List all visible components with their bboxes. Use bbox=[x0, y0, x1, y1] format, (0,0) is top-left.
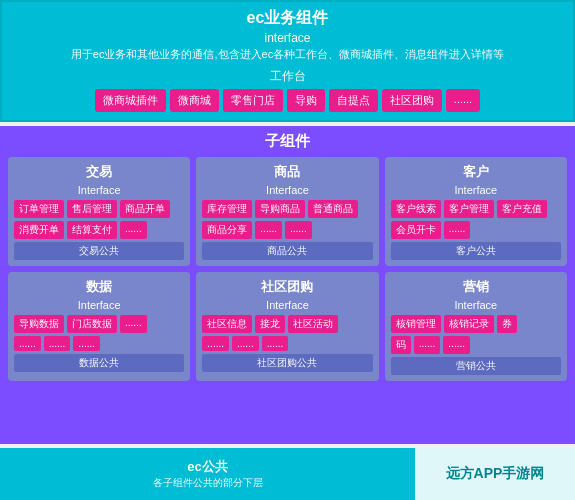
tag-more-marketing2[interactable]: ...... bbox=[443, 336, 470, 354]
sub-card-trading: 交易 Interface 订单管理 售后管理 商品开单 消费开单 结算支付 ..… bbox=[8, 157, 190, 266]
community-title: 社区团购 bbox=[202, 278, 372, 296]
trading-footer: 交易公共 bbox=[14, 242, 184, 260]
marketing-footer: 营销公共 bbox=[391, 357, 561, 375]
product-title: 商品 bbox=[202, 163, 372, 181]
tag-order-mgmt[interactable]: 订单管理 bbox=[14, 200, 64, 218]
tag-customer-mgmt[interactable]: 客户管理 bbox=[444, 200, 494, 218]
sub-components-title: 子组件 bbox=[8, 132, 567, 151]
tag-product-order[interactable]: 商品开单 bbox=[120, 200, 170, 218]
tag-jielong[interactable]: 接龙 bbox=[255, 315, 285, 333]
worktable-item-5[interactable]: 社区团购 bbox=[382, 89, 442, 112]
ec-interface-title: interface bbox=[12, 31, 563, 45]
tag-more-marketing1[interactable]: ...... bbox=[414, 336, 441, 354]
data-interface: Interface bbox=[14, 299, 184, 311]
worktable-items: 微商城插件 微商城 零售门店 导购 自提点 社区团购 ...... bbox=[12, 89, 563, 112]
worktable-item-6[interactable]: ...... bbox=[446, 89, 480, 112]
sub-card-community: 社区团购 Interface 社区信息 接龙 社区活动 ...... .....… bbox=[196, 272, 378, 381]
tag-guide-product[interactable]: 导购商品 bbox=[255, 200, 305, 218]
ec-business-section: ec业务组件 interface 用于ec业务和其他业务的通信,包含进入ec各种… bbox=[0, 0, 575, 122]
tag-more-product2[interactable]: ...... bbox=[285, 221, 312, 239]
tag-community-info[interactable]: 社区信息 bbox=[202, 315, 252, 333]
data-title: 数据 bbox=[14, 278, 184, 296]
worktable-item-3[interactable]: 导购 bbox=[287, 89, 325, 112]
tag-more-customer[interactable]: ...... bbox=[444, 221, 471, 239]
tag-more-data1[interactable]: ...... bbox=[120, 315, 147, 333]
tag-normal-product[interactable]: 普通商品 bbox=[308, 200, 358, 218]
tag-consume[interactable]: 消费开单 bbox=[14, 221, 64, 239]
tag-member-open[interactable]: 会员开卡 bbox=[391, 221, 441, 239]
tag-product-share[interactable]: 商品分享 bbox=[202, 221, 252, 239]
sub-card-data: 数据 Interface 导购数据 门店数据 ...... ...... ...… bbox=[8, 272, 190, 381]
ec-public-title: ec公共 bbox=[187, 458, 227, 476]
tag-more-product1[interactable]: ...... bbox=[255, 221, 282, 239]
sub-card-marketing: 营销 Interface 核销管理 核销记录 券 码 ...... ......… bbox=[385, 272, 567, 381]
worktable-item-4[interactable]: 自提点 bbox=[329, 89, 378, 112]
ec-public-section: ec公共 各子组件公共的部分下层 bbox=[0, 448, 415, 500]
tag-customer-recharge[interactable]: 客户充值 bbox=[497, 200, 547, 218]
marketing-title: 营销 bbox=[391, 278, 561, 296]
tag-checkout[interactable]: 结算支付 bbox=[67, 221, 117, 239]
trading-tags-row1: 订单管理 售后管理 商品开单 bbox=[14, 200, 184, 218]
trading-title: 交易 bbox=[14, 163, 184, 181]
brand-section: 远方APP手游网 bbox=[415, 448, 575, 500]
marketing-interface: Interface bbox=[391, 299, 561, 311]
tag-aftersale[interactable]: 售后管理 bbox=[67, 200, 117, 218]
community-tags-row2: ...... ...... ...... bbox=[202, 336, 372, 351]
worktable-item-1[interactable]: 微商城 bbox=[170, 89, 219, 112]
tag-customer-leads[interactable]: 客户线索 bbox=[391, 200, 441, 218]
sub-grid: 交易 Interface 订单管理 售后管理 商品开单 消费开单 结算支付 ..… bbox=[8, 157, 567, 381]
community-footer: 社区团购公共 bbox=[202, 354, 372, 372]
tag-coupon[interactable]: 券 bbox=[497, 315, 517, 333]
product-tags-row2: 商品分享 ...... ...... bbox=[202, 221, 372, 239]
tag-community-activity[interactable]: 社区活动 bbox=[288, 315, 338, 333]
sub-card-product: 商品 Interface 库存管理 导购商品 普通商品 商品分享 ...... … bbox=[196, 157, 378, 266]
tag-inventory[interactable]: 库存管理 bbox=[202, 200, 252, 218]
community-interface: Interface bbox=[202, 299, 372, 311]
sub-card-customer: 客户 Interface 客户线索 客户管理 客户充值 会员开卡 ...... … bbox=[385, 157, 567, 266]
tag-guide-data[interactable]: 导购数据 bbox=[14, 315, 64, 333]
customer-interface: Interface bbox=[391, 184, 561, 196]
ec-interface-desc: 用于ec业务和其他业务的通信,包含进入ec各种工作台、微商城插件、消息组件进入详… bbox=[12, 47, 563, 62]
product-footer: 商品公共 bbox=[202, 242, 372, 260]
tag-more-data4[interactable]: ...... bbox=[73, 336, 100, 351]
tag-store-data[interactable]: 门店数据 bbox=[67, 315, 117, 333]
trading-tags-row2: 消费开单 结算支付 ...... bbox=[14, 221, 184, 239]
bottom-section: ec公共 各子组件公共的部分下层 远方APP手游网 bbox=[0, 448, 575, 500]
brand-text: 远方APP手游网 bbox=[446, 465, 545, 483]
customer-tags-row2: 会员开卡 ...... bbox=[391, 221, 561, 239]
tag-verify-mgmt[interactable]: 核销管理 bbox=[391, 315, 441, 333]
data-footer: 数据公共 bbox=[14, 354, 184, 372]
main-container: ec业务组件 interface 用于ec业务和其他业务的通信,包含进入ec各种… bbox=[0, 0, 575, 500]
ec-business-title: ec业务组件 bbox=[12, 8, 563, 29]
trading-interface: Interface bbox=[14, 184, 184, 196]
product-interface: Interface bbox=[202, 184, 372, 196]
product-tags-row1: 库存管理 导购商品 普通商品 bbox=[202, 200, 372, 218]
data-tags-row2: ...... ...... ...... bbox=[14, 336, 184, 351]
tag-code[interactable]: 码 bbox=[391, 336, 411, 354]
customer-tags-row1: 客户线索 客户管理 客户充值 bbox=[391, 200, 561, 218]
tag-more-data2[interactable]: ...... bbox=[14, 336, 41, 351]
tag-more-community1[interactable]: ...... bbox=[202, 336, 229, 351]
ec-public-desc: 各子组件公共的部分下层 bbox=[153, 476, 263, 490]
tag-more-data3[interactable]: ...... bbox=[44, 336, 71, 351]
customer-title: 客户 bbox=[391, 163, 561, 181]
worktable-item-2[interactable]: 零售门店 bbox=[223, 89, 283, 112]
worktable-label: 工作台 bbox=[12, 68, 563, 85]
tag-more-trading[interactable]: ...... bbox=[120, 221, 147, 239]
marketing-tags-row2: 码 ...... ...... bbox=[391, 336, 561, 354]
worktable-item-0[interactable]: 微商城插件 bbox=[95, 89, 166, 112]
marketing-tags-row1: 核销管理 核销记录 券 bbox=[391, 315, 561, 333]
community-tags-row1: 社区信息 接龙 社区活动 bbox=[202, 315, 372, 333]
tag-more-community2[interactable]: ...... bbox=[232, 336, 259, 351]
sub-components-section: 子组件 交易 Interface 订单管理 售后管理 商品开单 消费开单 结算支… bbox=[0, 126, 575, 444]
tag-verify-record[interactable]: 核销记录 bbox=[444, 315, 494, 333]
customer-footer: 客户公共 bbox=[391, 242, 561, 260]
data-tags-row1: 导购数据 门店数据 ...... bbox=[14, 315, 184, 333]
tag-more-community3[interactable]: ...... bbox=[262, 336, 289, 351]
